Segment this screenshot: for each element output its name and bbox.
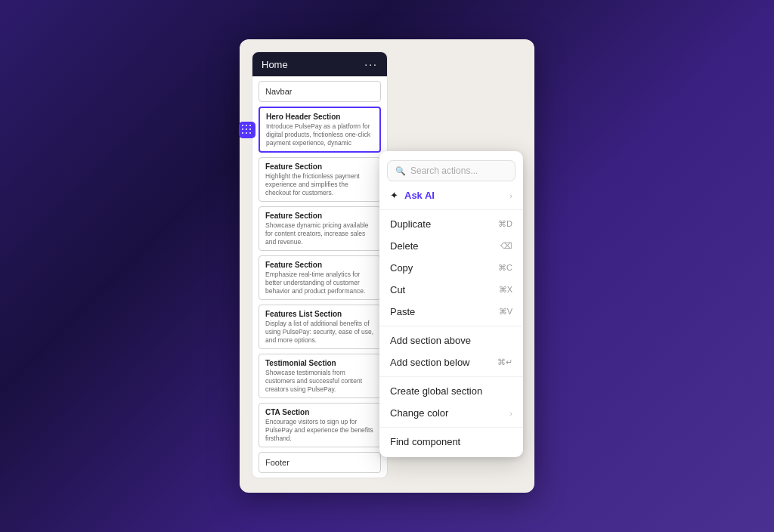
- menu-separator-1: [379, 209, 523, 210]
- cta-section[interactable]: CTA Section Encourage visitors to sign u…: [259, 403, 381, 447]
- page-title: Home: [262, 59, 288, 70]
- menu-item-ask-ai[interactable]: ✦ Ask AI ›: [379, 184, 523, 206]
- menu-item-duplicate[interactable]: Duplicate ⌘D: [379, 213, 523, 235]
- drag-handle[interactable]: [239, 122, 255, 138]
- menu-separator-2: [379, 326, 523, 326]
- change-color-chevron-icon: ›: [509, 409, 512, 418]
- find-component-label: Find component: [390, 436, 460, 447]
- search-placeholder: Search actions...: [410, 165, 478, 176]
- section-desc: Highlight the frictionless payment exper…: [265, 172, 374, 196]
- section-desc: Encourage visitors to sign up for PulseP…: [265, 418, 374, 442]
- menu-item-create-global[interactable]: Create global section: [379, 380, 523, 402]
- section-title: Feature Section: [265, 162, 374, 171]
- hero-section-wrapper: Hero Header Section Introduce PulsePay a…: [252, 107, 387, 153]
- search-box[interactable]: 🔍 Search actions...: [387, 160, 515, 181]
- section-desc: Introduce PulsePay as a platform for dig…: [266, 122, 373, 147]
- context-menu: 🔍 Search actions... ✦ Ask AI › Duplicate…: [379, 151, 523, 457]
- canvas-area: Home ··· Navbar Hero Header Section Intr…: [240, 39, 534, 493]
- menu-item-copy[interactable]: Copy ⌘C: [379, 257, 523, 279]
- feature-section-2[interactable]: Feature Section Showcase dynamic pricing…: [259, 206, 381, 251]
- section-desc: Emphasize real-time analytics for better…: [265, 271, 374, 295]
- menu-item-add-above[interactable]: Add section above: [379, 329, 523, 351]
- section-title: Testimonial Section: [265, 359, 374, 367]
- ask-ai-label: Ask AI: [404, 190, 435, 201]
- section-desc: Showcase testimonials from customers and…: [265, 369, 374, 393]
- duplicate-label: Duplicate: [390, 218, 431, 230]
- add-above-label: Add section above: [390, 335, 471, 346]
- menu-item-add-below[interactable]: Add section below ⌘↵: [379, 351, 523, 373]
- delete-shortcut: ⌫: [500, 241, 512, 251]
- page-menu-dots[interactable]: ···: [364, 58, 378, 70]
- cut-shortcut: ⌘X: [499, 285, 512, 295]
- navbar-section[interactable]: Navbar: [259, 81, 381, 102]
- cut-label: Cut: [390, 284, 405, 295]
- testimonial-section[interactable]: Testimonial Section Showcase testimonial…: [259, 354, 381, 398]
- paste-shortcut: ⌘V: [499, 307, 512, 317]
- add-below-label: Add section below: [390, 357, 470, 368]
- search-icon: 🔍: [395, 166, 406, 176]
- footer-section[interactable]: Footer: [259, 452, 381, 473]
- section-title: Hero Header Section: [266, 113, 373, 121]
- duplicate-shortcut: ⌘D: [498, 219, 512, 229]
- page-panel: Home ··· Navbar Hero Header Section Intr…: [252, 51, 388, 478]
- paste-label: Paste: [390, 306, 415, 317]
- menu-item-change-color[interactable]: Change color ›: [379, 402, 523, 424]
- section-title: Features List Section: [265, 310, 374, 318]
- create-global-label: Create global section: [390, 385, 482, 397]
- feature-section-3[interactable]: Feature Section Emphasize real-time anal…: [259, 255, 381, 300]
- copy-shortcut: ⌘C: [498, 263, 512, 273]
- menu-separator-3: [379, 376, 523, 377]
- page-header: Home ···: [252, 52, 387, 76]
- menu-item-delete[interactable]: Delete ⌫: [379, 235, 523, 257]
- menu-item-find-component[interactable]: Find component: [379, 431, 523, 453]
- change-color-label: Change color: [390, 407, 448, 419]
- menu-separator-4: [379, 427, 523, 428]
- drag-grid-icon: [242, 125, 252, 135]
- delete-label: Delete: [390, 240, 419, 252]
- menu-item-paste[interactable]: Paste ⌘V: [379, 301, 523, 323]
- ask-ai-sparkle-icon: ✦: [390, 190, 398, 201]
- section-title: Feature Section: [265, 212, 374, 220]
- section-title: Feature Section: [265, 261, 374, 269]
- section-title: CTA Section: [265, 408, 374, 416]
- section-desc: Showcase dynamic pricing available for c…: [265, 221, 374, 246]
- copy-label: Copy: [390, 262, 413, 274]
- section-desc: Display a list of additional benefits of…: [265, 320, 374, 344]
- add-below-shortcut: ⌘↵: [497, 357, 512, 367]
- menu-item-cut[interactable]: Cut ⌘X: [379, 279, 523, 301]
- chevron-right-icon: ›: [509, 191, 512, 200]
- features-list-section[interactable]: Features List Section Display a list of …: [259, 305, 381, 349]
- feature-section-1[interactable]: Feature Section Highlight the frictionle…: [259, 157, 381, 202]
- hero-section[interactable]: Hero Header Section Introduce PulsePay a…: [259, 107, 381, 153]
